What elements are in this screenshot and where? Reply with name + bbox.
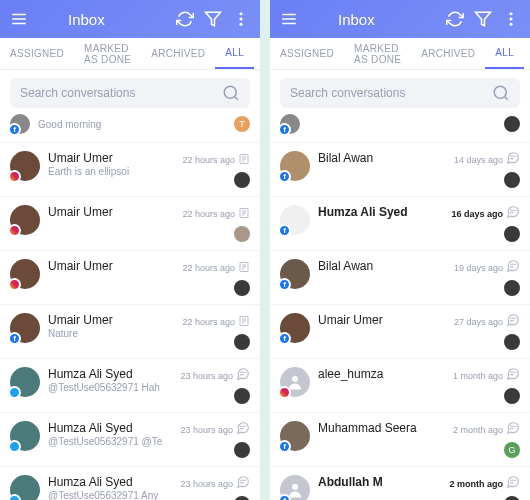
search-input[interactable] xyxy=(290,86,492,100)
svg-point-6 xyxy=(240,23,243,26)
svg-point-7 xyxy=(224,86,236,98)
conversation-item[interactable]: f Umair Umer Nature 22 hours ago xyxy=(0,305,260,359)
tw-badge-icon xyxy=(8,386,21,399)
item-content: Humza Ali Syed @TestUse05632971 @Te xyxy=(48,421,172,447)
chat-icon xyxy=(236,475,250,493)
filter-icon[interactable] xyxy=(474,10,492,28)
contact-name: Umair Umer xyxy=(48,313,174,327)
item-content: Umair Umer xyxy=(48,259,174,273)
item-meta: 27 days ago xyxy=(454,313,520,350)
tab-all[interactable]: ALL xyxy=(485,38,524,69)
search-icon[interactable] xyxy=(492,84,510,102)
agent-avatar xyxy=(234,280,250,296)
document-icon xyxy=(238,259,250,277)
agent-avatar: G xyxy=(504,442,520,458)
timestamp: 27 days ago xyxy=(454,317,503,327)
conversation-item[interactable]: f Good morning T xyxy=(0,114,260,143)
avatar[interactable]: f xyxy=(280,475,310,500)
filter-icon[interactable] xyxy=(204,10,222,28)
search-icon[interactable] xyxy=(222,84,240,102)
avatar[interactable] xyxy=(10,367,40,397)
conversation-item[interactable]: f Muhammad Seera 2 month ago G xyxy=(270,413,530,467)
timestamp: 23 hours ago xyxy=(180,371,233,381)
message-preview: @TestUse05632971 Any xyxy=(48,490,172,500)
avatar[interactable]: f xyxy=(280,151,310,181)
svg-point-31 xyxy=(510,23,513,26)
conversation-item[interactable]: f Umair Umer 27 days ago xyxy=(270,305,530,359)
menu-icon[interactable] xyxy=(10,10,28,28)
search-bar[interactable] xyxy=(280,78,520,108)
ig-badge-icon xyxy=(278,386,291,399)
agent-avatar xyxy=(504,116,520,132)
conversation-item[interactable]: Umair Umer Earth is an ellipsoi 22 hours… xyxy=(0,143,260,197)
item-meta: 1 month ago xyxy=(453,367,520,404)
item-content: Umair Umer Nature xyxy=(48,313,174,339)
avatar[interactable]: f xyxy=(280,421,310,451)
conversation-list[interactable]: f Good morning T Umair Umer Earth is an … xyxy=(0,114,260,500)
avatar[interactable] xyxy=(10,151,40,181)
tab-all[interactable]: ALL xyxy=(215,38,254,69)
menu-icon[interactable] xyxy=(280,10,298,28)
conversation-item[interactable]: f Bilal Awan 14 days ago xyxy=(270,143,530,197)
agent-avatar xyxy=(234,496,250,500)
tab-done[interactable]: MARKED AS DONE xyxy=(74,38,141,69)
chat-icon xyxy=(506,367,520,385)
search-bar[interactable] xyxy=(10,78,250,108)
tab-assigned[interactable]: ASSIGNED xyxy=(270,38,344,69)
conversation-item[interactable]: f Humza Ali Syed 16 days ago xyxy=(270,197,530,251)
avatar[interactable] xyxy=(10,259,40,289)
avatar[interactable] xyxy=(10,475,40,500)
app-header: Inbox xyxy=(270,0,530,38)
tab-archived[interactable]: ARCHIVED xyxy=(141,38,215,69)
avatar[interactable]: f xyxy=(10,114,30,134)
fb-badge-icon: f xyxy=(278,224,291,237)
fb-badge-icon: f xyxy=(8,123,21,136)
avatar[interactable]: f xyxy=(280,313,310,343)
avatar[interactable] xyxy=(10,421,40,451)
conversation-item[interactable]: Umair Umer 22 hours ago xyxy=(0,251,260,305)
svg-marker-28 xyxy=(476,12,491,26)
refresh-icon[interactable] xyxy=(446,10,464,28)
conversation-item[interactable]: Humza Ali Syed @TestUse05632971 Any 23 h… xyxy=(0,467,260,500)
conversation-item[interactable]: f Bilal Awan 19 days ago xyxy=(270,251,530,305)
conversation-item[interactable]: f Abdullah M 2 month ago xyxy=(270,467,530,500)
conversation-item[interactable]: Humza Ali Syed @TestUse05632971 Hah 23 h… xyxy=(0,359,260,413)
timestamp: 22 hours ago xyxy=(182,155,235,165)
avatar[interactable] xyxy=(10,205,40,235)
fb-badge-icon: f xyxy=(278,440,291,453)
chat-icon xyxy=(506,475,520,493)
avatar[interactable]: f xyxy=(280,259,310,289)
conversation-item[interactable]: f xyxy=(270,114,530,143)
tab-archived[interactable]: ARCHIVED xyxy=(411,38,485,69)
contact-name: Bilal Awan xyxy=(318,151,446,165)
tab-assigned[interactable]: ASSIGNED xyxy=(0,38,74,69)
tw-badge-icon xyxy=(8,440,21,453)
agent-avatar xyxy=(504,388,520,404)
item-content: Humza Ali Syed @TestUse05632971 Any xyxy=(48,475,172,500)
avatar[interactable]: f xyxy=(280,114,300,134)
conversation-list[interactable]: f f Bilal Awan 14 days ago f Humza Ali S… xyxy=(270,114,530,500)
conversation-item[interactable]: Humza Ali Syed @TestUse05632971 @Te 23 h… xyxy=(0,413,260,467)
refresh-icon[interactable] xyxy=(176,10,194,28)
timestamp: 23 hours ago xyxy=(180,479,233,489)
conversation-item[interactable]: Umair Umer 22 hours ago xyxy=(0,197,260,251)
more-icon[interactable] xyxy=(502,10,520,28)
item-meta: 23 hours ago xyxy=(180,421,250,458)
avatar[interactable] xyxy=(280,367,310,397)
item-meta: 23 hours ago xyxy=(180,367,250,404)
tab-done[interactable]: MARKED AS DONE xyxy=(344,38,411,69)
right-screen: Inbox ASSIGNED MARKED AS DONE ARCHIVED A… xyxy=(270,0,530,500)
avatar[interactable]: f xyxy=(10,313,40,343)
item-content: Umair Umer Earth is an ellipsoi xyxy=(48,151,174,177)
chat-icon xyxy=(506,259,520,277)
item-meta: 2 month ago xyxy=(450,475,521,500)
agent-avatar xyxy=(234,442,250,458)
contact-name: Bilal Awan xyxy=(318,259,446,273)
header-title: Inbox xyxy=(338,11,436,28)
avatar[interactable]: f xyxy=(280,205,310,235)
agent-avatar xyxy=(504,334,520,350)
more-icon[interactable] xyxy=(232,10,250,28)
search-input[interactable] xyxy=(20,86,222,100)
conversation-item[interactable]: alee_humza 1 month ago xyxy=(270,359,530,413)
item-content: Bilal Awan xyxy=(318,151,446,165)
